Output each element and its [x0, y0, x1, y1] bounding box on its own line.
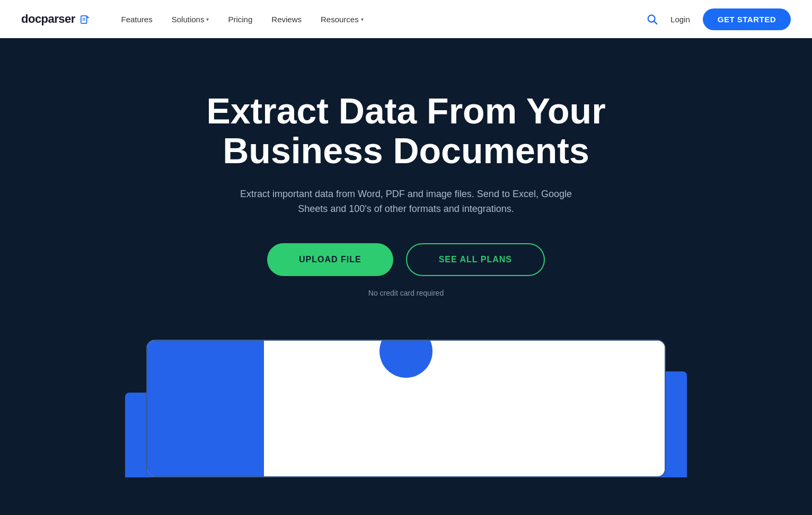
login-link[interactable]: Login — [670, 15, 690, 24]
nav-item-features[interactable]: Features — [121, 15, 153, 24]
no-credit-text: No credit card required — [206, 289, 605, 297]
upload-file-button[interactable]: UPLOAD FILE — [267, 243, 393, 276]
nav-item-pricing[interactable]: Pricing — [228, 15, 252, 24]
navbar: docparser Features Solutions ▾ P — [0, 0, 812, 38]
nav-link-features[interactable]: Features — [121, 15, 153, 24]
logo[interactable]: docparser — [21, 12, 90, 26]
browser-frame — [146, 340, 666, 477]
hero-title: Extract Data From Your Business Document… — [206, 91, 605, 171]
hero-section: Extract Data From Your Business Document… — [0, 38, 812, 515]
nav-link-resources[interactable]: Resources ▾ — [321, 15, 364, 24]
nav-item-reviews[interactable]: Reviews — [271, 15, 302, 24]
navbar-left: docparser Features Solutions ▾ P — [21, 12, 364, 26]
app-left-panel — [147, 341, 264, 476]
app-circle-element — [379, 340, 433, 378]
chevron-down-icon-resources: ▾ — [361, 16, 364, 22]
hero-subtitle: Extract important data from Word, PDF an… — [226, 187, 586, 217]
app-preview — [146, 340, 666, 477]
hero-buttons: UPLOAD FILE SEE ALL PLANS — [206, 243, 605, 276]
nav-link-pricing[interactable]: Pricing — [228, 15, 252, 24]
search-button[interactable] — [646, 13, 658, 25]
logo-text: docparser — [21, 12, 90, 26]
nav-link-solutions[interactable]: Solutions ▾ — [172, 15, 209, 24]
search-icon — [646, 13, 658, 25]
nav-item-solutions[interactable]: Solutions ▾ — [172, 15, 209, 24]
svg-rect-0 — [81, 16, 86, 23]
nav-item-resources[interactable]: Resources ▾ — [321, 15, 364, 24]
hero-content: Extract Data From Your Business Document… — [206, 91, 605, 329]
chevron-down-icon: ▾ — [206, 16, 209, 22]
logo-icon — [80, 15, 90, 24]
see-all-plans-button[interactable]: SEE ALL PLANS — [406, 243, 545, 276]
browser-content — [147, 341, 665, 476]
navbar-right: Login GET STARTED — [646, 8, 791, 30]
get-started-button[interactable]: GET STARTED — [703, 8, 791, 30]
app-right-panel — [264, 341, 665, 476]
svg-line-4 — [654, 21, 657, 24]
nav-list: Features Solutions ▾ Pricing Reviews Res… — [121, 15, 364, 24]
nav-link-reviews[interactable]: Reviews — [271, 15, 302, 24]
